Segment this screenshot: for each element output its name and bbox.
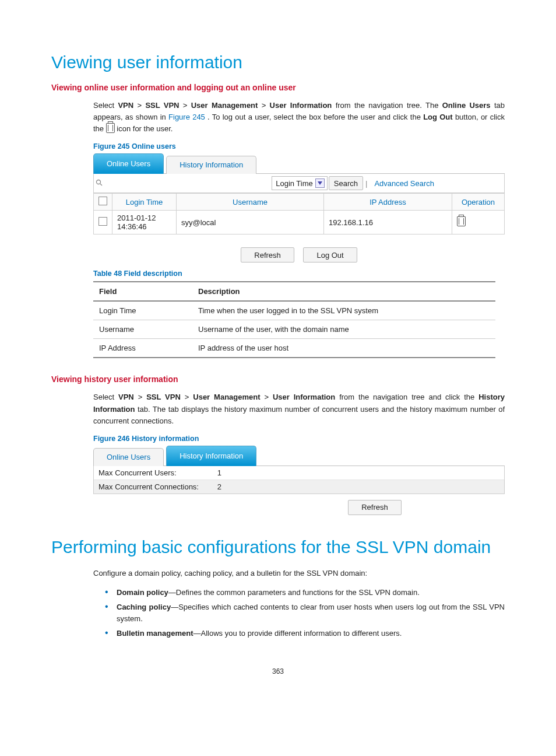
cell-username: syy@local [177, 211, 324, 235]
row-checkbox[interactable] [98, 217, 107, 226]
bullet-title: Caching policy [117, 603, 171, 611]
col-description: Description [192, 282, 495, 301]
text: Select [93, 393, 118, 401]
text: > [137, 101, 145, 110]
breadcrumb-vpn: VPN [118, 393, 134, 401]
bullet-text: —Defines the common parameters and funct… [168, 588, 420, 597]
separator: | [365, 179, 367, 188]
list-item: Domain policy—Defines the common paramet… [103, 587, 505, 598]
col-checkbox[interactable] [94, 194, 112, 211]
bullet-text: —Allows you to provide different informa… [193, 629, 402, 638]
bullet-title: Domain policy [117, 588, 168, 597]
bullet-text: —Specifies which cached contents to clea… [117, 603, 505, 623]
refresh-button[interactable]: Refresh [348, 500, 402, 515]
col-username: Username [177, 194, 324, 211]
bullet-title: Bulletin management [117, 629, 193, 638]
text: > [264, 393, 273, 401]
svg-marker-2 [318, 181, 322, 185]
cell-desc: IP address of the user host [192, 339, 495, 358]
text: > [183, 101, 191, 110]
max-users-label: Max Concurrent Users: [98, 468, 215, 477]
figure-246-caption: Figure 246 History information [93, 435, 505, 443]
heading-basic-config: Performing basic configurations for the … [51, 537, 505, 557]
list-item: Bulletin management—Allows you to provid… [103, 628, 505, 639]
text: Select [93, 101, 118, 110]
max-conn-label: Max Concurrent Connections: [98, 482, 215, 491]
cell-desc: Username of the user, with the domain na… [192, 320, 495, 339]
tab-online-users[interactable]: Online Users [93, 448, 164, 466]
max-users-value: 1 [217, 468, 221, 477]
text: icon for the user. [117, 124, 173, 133]
delete-icon[interactable] [457, 216, 466, 226]
svg-line-1 [100, 184, 102, 186]
cell-login-time: 2011-01-12 14:36:46 [112, 211, 177, 235]
online-users-table: Login Time Username IP Address Operation… [93, 193, 505, 235]
text: from the navigation tree. The [336, 101, 442, 110]
cell-field: IP Address [93, 339, 192, 358]
subheading-history-user: Viewing history user information [51, 374, 505, 384]
chevron-down-icon [315, 178, 325, 188]
table-48-caption: Table 48 Field description [93, 270, 505, 278]
col-field: Field [93, 282, 192, 301]
cell-desc: Time when the user logged in to the SSL … [192, 301, 495, 320]
table-row: Username Username of the user, with the … [93, 320, 495, 339]
breadcrumb-user-mgmt: User Management [193, 393, 260, 401]
tab-online-users[interactable]: Online Users [93, 153, 164, 174]
breadcrumb-vpn: VPN [118, 101, 133, 110]
advanced-search-link[interactable]: Advanced Search [374, 179, 434, 188]
text: from the navigation tree and click the [339, 393, 478, 401]
log-out-button[interactable]: Log Out [303, 247, 357, 262]
cell-ip-address: 192.168.1.16 [324, 211, 452, 235]
search-field-dropdown[interactable]: Login Time [272, 176, 328, 190]
col-operation: Operation [452, 194, 505, 211]
text: > [138, 393, 147, 401]
breadcrumb-user-info: User Information [273, 393, 335, 401]
heading-viewing-user-info: Viewing user information [51, 52, 505, 72]
svg-point-0 [97, 180, 101, 184]
tab-history-information[interactable]: History Information [166, 156, 256, 174]
search-input[interactable] [104, 177, 270, 190]
figure-245-caption: Figure 245 Online users [93, 142, 505, 150]
figure-246-screenshot: Online Users History Information Max Con… [93, 446, 505, 517]
text: > [185, 393, 193, 401]
table-row: 2011-01-12 14:36:46 syy@local 192.168.1.… [94, 211, 505, 235]
tab-history-information[interactable]: History Information [166, 446, 256, 466]
subheading-online-user: Viewing online user information and logg… [51, 83, 505, 92]
field-description-table: Field Description Login Time Time when t… [93, 281, 495, 358]
text: . To log out a user, select the box befo… [207, 113, 423, 121]
breadcrumb-user-info: User Information [270, 101, 332, 110]
button-name-log-out: Log Out [423, 113, 452, 121]
breadcrumb-sslvpn: SSL VPN [145, 101, 179, 110]
tab-name-online-users: Online Users [442, 101, 491, 110]
table-row: IP Address IP address of the user host [93, 339, 495, 358]
breadcrumb-sslvpn: SSL VPN [146, 393, 181, 401]
text: tab. The tab displays the history maximu… [93, 405, 505, 425]
dropdown-value: Login Time [276, 179, 313, 188]
search-icon [94, 179, 104, 188]
text: > [262, 101, 270, 110]
trash-icon [106, 123, 115, 133]
max-conn-value: 2 [217, 482, 221, 491]
table-row: Login Time Time when the user logged in … [93, 301, 495, 320]
figure-245-screenshot: Online Users History Information Login T… [93, 154, 505, 262]
col-ip-address: IP Address [324, 194, 452, 211]
page-number: 363 [51, 667, 505, 676]
refresh-button[interactable]: Refresh [241, 247, 294, 262]
link-figure-245[interactable]: Figure 245 [168, 113, 205, 121]
breadcrumb-user-mgmt: User Management [191, 101, 258, 110]
cell-field: Login Time [93, 301, 192, 320]
search-button[interactable]: Search [329, 176, 363, 190]
paragraph-basic-config: Configure a domain policy, caching polic… [93, 568, 505, 579]
cell-field: Username [93, 320, 192, 339]
col-login-time: Login Time [112, 194, 177, 211]
paragraph-history-user: Select VPN > SSL VPN > User Management >… [93, 391, 505, 426]
list-item: Caching policy—Specifies which cached co… [103, 601, 505, 624]
config-bullet-list: Domain policy—Defines the common paramet… [103, 587, 505, 639]
paragraph-online-user: Select VPN > SSL VPN > User Management >… [93, 100, 505, 135]
